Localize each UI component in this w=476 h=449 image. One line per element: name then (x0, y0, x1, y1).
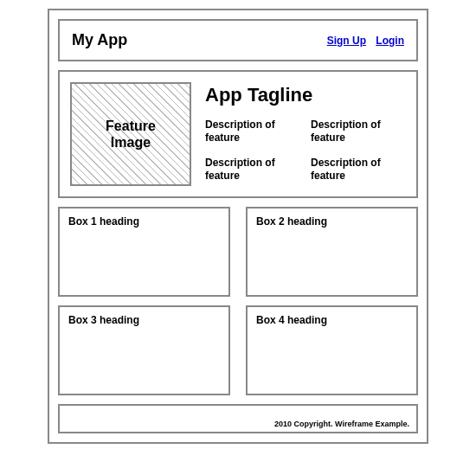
footer-text: 2010 Copyright. Wireframe Example. (274, 420, 409, 428)
feature-descriptions: Description of feature Description of fe… (205, 119, 406, 183)
signup-link[interactable]: Sign Up (327, 35, 366, 47)
app-tagline: App Tagline (205, 84, 406, 106)
auth-links: Sign Up Login (320, 35, 404, 47)
footer: 2010 Copyright. Wireframe Example. (58, 404, 418, 433)
feature-image: FeatureImage (70, 82, 191, 186)
content-boxes: Box 1 heading Box 2 heading Box 3 headin… (58, 207, 418, 395)
feature-description: Description of feature (205, 157, 300, 183)
box-heading: Box 1 heading (68, 215, 139, 228)
content-box: Box 3 heading (58, 305, 230, 395)
content-box: Box 4 heading (246, 305, 418, 395)
content-box: Box 2 heading (246, 207, 418, 297)
box-heading: Box 4 heading (256, 314, 327, 326)
hero: FeatureImage App Tagline Description of … (58, 70, 418, 198)
box-heading: Box 2 heading (256, 215, 327, 228)
feature-description: Description of feature (205, 119, 300, 144)
hero-content: App Tagline Description of feature Descr… (205, 82, 406, 186)
feature-image-label: FeatureImage (102, 118, 159, 151)
header: My App Sign Up Login (58, 19, 418, 61)
feature-description: Description of feature (311, 119, 406, 144)
content-box: Box 1 heading (58, 207, 230, 297)
box-heading: Box 3 heading (68, 314, 139, 326)
feature-description: Description of feature (311, 157, 406, 183)
app-name: My App (72, 31, 127, 49)
login-link[interactable]: Login (376, 35, 404, 47)
page-frame: My App Sign Up Login FeatureImage App Ta… (48, 9, 428, 444)
